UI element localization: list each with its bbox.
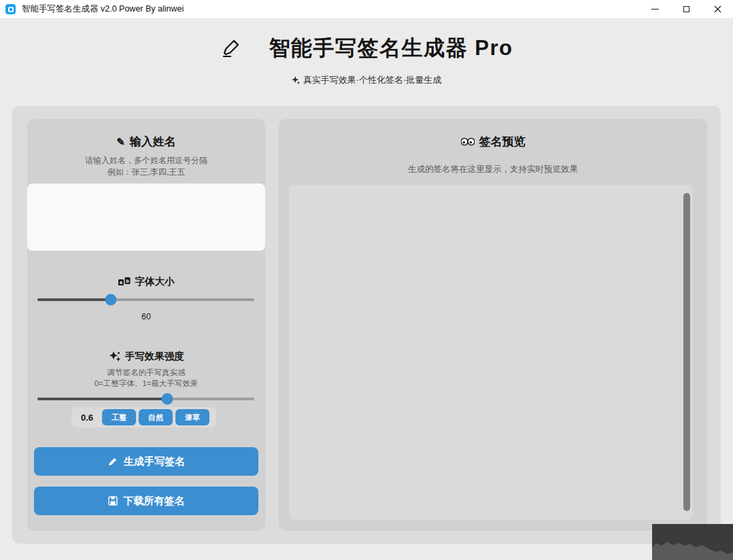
writing-hand-icon xyxy=(220,38,241,58)
download-button-label: 下载所有签名 xyxy=(124,495,185,508)
titlebar: 智能手写签名生成器 v2.0 Power By alinwei xyxy=(0,0,733,19)
generate-button[interactable]: 生成手写签名 xyxy=(34,447,258,476)
pen-icon xyxy=(107,457,118,467)
effect-value: 0.6 xyxy=(81,413,93,423)
font-size-slider-handle[interactable] xyxy=(105,294,117,306)
effect-heading: 手写效果强度 xyxy=(27,350,265,363)
generate-button-label: 生成手写签名 xyxy=(124,455,185,468)
close-icon xyxy=(714,5,721,13)
preview-scrollbar[interactable] xyxy=(683,193,690,511)
svg-text:a: a xyxy=(120,280,122,285)
minimize-icon xyxy=(651,9,659,10)
signature-preview-area xyxy=(289,185,693,520)
name-section-heading: ✎ 输入姓名 xyxy=(27,134,265,150)
subtitle-text: 真实手写效果·个性化签名·批量生成 xyxy=(303,74,442,86)
preset-button-natural[interactable]: 自然 xyxy=(139,409,173,425)
name-heading-text: 输入姓名 xyxy=(130,134,176,150)
window-title: 智能手写签名生成器 v2.0 Power By alinwei xyxy=(22,3,184,15)
effect-slider-fill xyxy=(37,398,167,400)
minimize-button[interactable] xyxy=(639,0,670,18)
preview-heading: 签名预览 xyxy=(279,134,707,150)
sparkles-icon xyxy=(109,351,120,362)
name-hint-line1: 请输入姓名，多个姓名用逗号分隔 xyxy=(27,155,265,167)
preview-panel: 签名预览 生成的签名将在这里显示，支持实时预览效果 xyxy=(279,119,707,531)
preview-hint: 生成的签名将在这里显示，支持实时预览效果 xyxy=(279,164,707,175)
app-icon xyxy=(5,4,16,14)
save-icon xyxy=(108,496,118,506)
maximize-icon xyxy=(683,6,689,12)
preview-heading-text: 签名预览 xyxy=(479,134,526,150)
app-header: 智能手写签名生成器 Pro 真实手写效果·个性化签名·批量生成 xyxy=(0,19,733,106)
close-button[interactable] xyxy=(702,0,733,18)
effect-value-row: 0.6 工整 自然 潦草 xyxy=(71,407,216,427)
input-panel: ✎ 输入姓名 请输入姓名，多个姓名用逗号分隔 例如：张三,李四,王五 a b 字… xyxy=(27,119,265,531)
font-size-slider[interactable] xyxy=(37,294,254,305)
name-hint-line2: 例如：张三,李四,王五 xyxy=(27,167,265,178)
window-controls xyxy=(639,0,733,18)
app-window: 智能手写签名生成器 v2.0 Power By alinwei 智能手写签名生成… xyxy=(0,0,733,560)
font-size-heading-text: 字体大小 xyxy=(135,275,175,288)
preset-button-scrawl[interactable]: 潦草 xyxy=(175,409,209,425)
effect-hint-line2: 0=工整字体、1=最大手写效果 xyxy=(27,379,265,389)
hills-silhouette xyxy=(652,524,733,560)
preset-button-neat[interactable]: 工整 xyxy=(102,409,136,425)
svg-text:b: b xyxy=(126,279,129,283)
corner-watermark xyxy=(652,524,733,560)
sparkle-icon xyxy=(292,76,300,84)
letters-icon: a b xyxy=(118,277,131,286)
eyes-icon xyxy=(461,137,475,146)
font-size-value: 60 xyxy=(27,312,265,321)
download-button[interactable]: 下载所有签名 xyxy=(34,487,258,515)
names-input[interactable] xyxy=(27,183,265,251)
main-container: ✎ 输入姓名 请输入姓名，多个姓名用逗号分隔 例如：张三,李四,王五 a b 字… xyxy=(12,106,721,544)
page-subtitle: 真实手写效果·个性化签名·批量生成 xyxy=(0,74,733,86)
effect-hint-line1: 调节签名的手写真实感 xyxy=(27,368,265,378)
font-size-heading: a b 字体大小 xyxy=(27,275,265,288)
memo-icon: ✎ xyxy=(116,136,125,148)
font-size-slider-fill xyxy=(37,298,111,301)
maximize-button[interactable] xyxy=(670,0,702,18)
page-title: 智能手写签名生成器 Pro xyxy=(269,34,513,63)
effect-heading-text: 手写效果强度 xyxy=(125,350,184,363)
effect-slider-handle[interactable] xyxy=(162,393,173,405)
app-icon-inner-square xyxy=(8,7,14,12)
effect-slider[interactable] xyxy=(37,393,254,404)
